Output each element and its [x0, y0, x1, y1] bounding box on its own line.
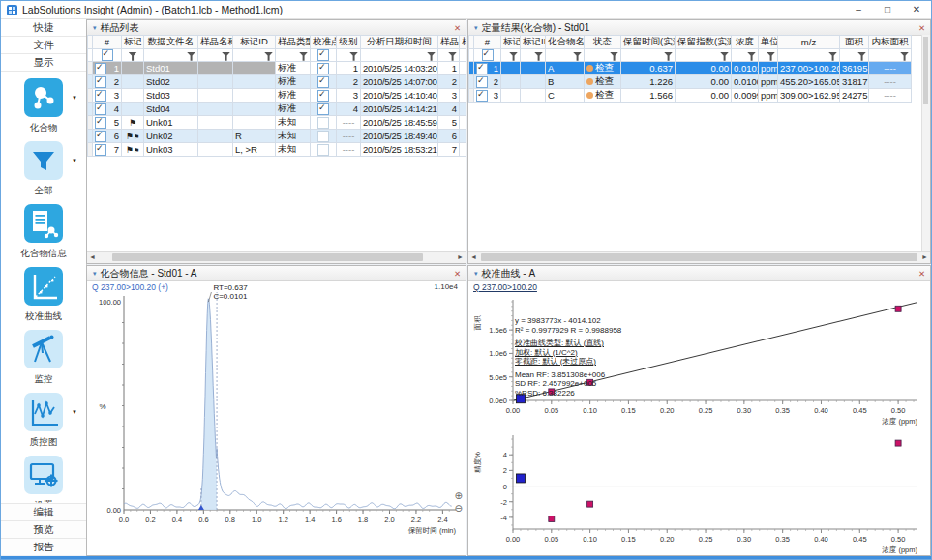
checkbox[interactable] [95, 117, 106, 129]
checkbox[interactable] [317, 63, 329, 74]
column-header[interactable]: 级别 [337, 36, 361, 49]
quant-vscrollbar[interactable] [921, 35, 930, 252]
scroll-right-arrow[interactable]: ► [455, 252, 466, 262]
filter-icon[interactable] [129, 52, 137, 61]
dropdown-arrow-icon[interactable]: ▼ [72, 95, 77, 101]
column-header[interactable]: 分析日期和时间 [361, 36, 438, 49]
scroll-left-arrow[interactable]: ◄ [468, 252, 479, 262]
sidebar-nav-0[interactable]: 快捷 [1, 19, 86, 37]
filter-icon[interactable] [509, 52, 518, 61]
collapse-icon[interactable]: ▾ [474, 270, 478, 278]
filter-icon[interactable] [222, 52, 230, 61]
table-row[interactable]: 4Std04标准42010/5/25 14:14:2141 [88, 103, 466, 116]
sidebar-tool-设置[interactable]: 设置 [1, 456, 86, 503]
column-header[interactable]: 面积 [840, 36, 869, 49]
sidebar-nav-1[interactable]: 文件 [1, 37, 86, 54]
dropdown-arrow-icon[interactable]: ▼ [72, 158, 77, 163]
calibration-setting-link[interactable]: 校准曲线类型: 默认 (直线) [515, 339, 621, 348]
scrollbar-thumb[interactable] [481, 253, 917, 261]
table-row[interactable]: 2Std02标准22010/5/25 14:07:0021 [88, 75, 466, 89]
calibration-setting-link[interactable]: 零截距: 默认 (未过原点) [515, 357, 621, 367]
filter-icon[interactable] [747, 52, 756, 61]
checkbox[interactable] [476, 76, 488, 88]
checkbox[interactable] [317, 131, 329, 142]
column-header[interactable]: 样品号 [460, 36, 466, 49]
column-header[interactable]: 保留指数(实测) [676, 36, 732, 49]
close-button[interactable]: ✕ [902, 1, 931, 18]
checkbox[interactable] [476, 63, 488, 74]
column-header[interactable]: 保留时间(实测) [621, 36, 676, 49]
sidebar-tool-化合物信息[interactable]: 化合物信息 [1, 204, 86, 260]
column-header[interactable]: 标记ID [521, 36, 546, 49]
filter-icon[interactable] [857, 52, 866, 61]
table-row[interactable]: 6⚑⚑Unk02R未知----2010/5/25 18:49:4061 [88, 130, 466, 143]
checkbox[interactable] [317, 76, 329, 88]
panel-close-icon[interactable]: ✕ [454, 23, 461, 33]
checkbox[interactable] [317, 49, 329, 61]
table-row[interactable]: 3C检查1.5660.000.0099ppm309.00>162.9524275… [469, 89, 912, 103]
checkbox[interactable] [95, 63, 106, 74]
checkbox[interactable] [317, 117, 329, 129]
filter-icon[interactable] [427, 52, 436, 61]
column-header[interactable]: 标记 [122, 36, 144, 49]
filter-icon[interactable] [187, 52, 195, 61]
checkbox[interactable] [102, 49, 113, 61]
collapse-icon[interactable]: ▾ [474, 24, 478, 32]
sidebar-tool-全部[interactable]: ▼全部 [1, 141, 86, 197]
column-header[interactable]: 样品类型 [276, 36, 311, 49]
filter-icon[interactable] [767, 52, 775, 61]
column-header[interactable]: 样品瓶 [438, 36, 460, 49]
collapse-icon[interactable]: ▾ [93, 270, 97, 278]
column-header[interactable]: 标记ID [233, 36, 276, 49]
data-point[interactable] [895, 440, 901, 446]
panel-close-icon[interactable]: ✕ [918, 23, 925, 33]
channel-link[interactable]: Q 237.00>100.20 [473, 282, 537, 292]
zoom-in-icon[interactable]: ⊕ [455, 491, 463, 501]
column-header[interactable]: 浓度 [732, 36, 759, 49]
column-header[interactable]: # [474, 36, 501, 49]
filter-icon[interactable] [610, 52, 618, 61]
data-point[interactable] [549, 516, 555, 521]
checkbox[interactable] [95, 76, 106, 88]
filter-icon[interactable] [720, 52, 729, 61]
checkbox[interactable] [95, 90, 106, 102]
data-point[interactable] [895, 306, 901, 311]
column-header[interactable]: 单位 [759, 36, 778, 49]
filter-icon[interactable] [349, 52, 358, 61]
scrollbar-thumb[interactable] [923, 37, 928, 104]
checkbox[interactable] [317, 90, 329, 102]
scroll-left-arrow[interactable]: ◄ [87, 252, 98, 262]
maximize-button[interactable]: □ [873, 1, 902, 18]
zoom-out-icon[interactable]: ⊖ [455, 504, 463, 514]
table-row[interactable]: 1A检查0.6370.000.0101ppm237.00>100.2036195… [469, 62, 912, 75]
filter-icon[interactable] [573, 52, 582, 61]
column-header[interactable]: 标记 [501, 36, 521, 49]
sidebar-tool-质控图[interactable]: ▼质控图 [1, 393, 86, 449]
checkbox[interactable] [482, 49, 494, 61]
column-header[interactable]: 内标面积 [869, 36, 912, 49]
data-point-selected[interactable] [516, 474, 525, 483]
sample-list-hscrollbar[interactable]: ◄ ► [87, 251, 466, 263]
sidebar-nav-2[interactable]: 显示 [1, 54, 86, 72]
minimize-button[interactable]: – [844, 1, 873, 18]
sidebar-tool-校准曲线[interactable]: 校准曲线 [1, 267, 86, 323]
sidebar-tool-监控[interactable]: 监控 [1, 330, 86, 386]
checkbox[interactable] [95, 103, 106, 115]
filter-icon[interactable] [828, 52, 837, 61]
checkbox[interactable] [317, 144, 329, 156]
checkbox[interactable] [95, 144, 106, 156]
sidebar-nav-bottom-0[interactable]: 编辑 [1, 503, 86, 520]
column-header[interactable]: # [93, 36, 122, 49]
scroll-right-arrow[interactable]: ► [919, 252, 930, 262]
column-header[interactable]: m/z [778, 36, 840, 49]
data-point[interactable] [587, 501, 593, 507]
filter-icon[interactable] [264, 52, 273, 61]
column-header[interactable]: 样品名称 [198, 36, 233, 49]
chromatogram-plot[interactable]: 0.00.20.40.60.81.01.21.41.61.82.02.22.41… [87, 280, 466, 555]
table-row[interactable]: 1Std01标准12010/5/25 14:03:2011 [88, 62, 466, 75]
filter-icon[interactable] [534, 52, 543, 61]
sidebar-nav-bottom-1[interactable]: 预览 [1, 520, 86, 538]
residuals-plot[interactable]: -4-20240.000.050.100.150.200.250.300.350… [468, 429, 930, 555]
sidebar-tool-化合物[interactable]: ▼化合物 [1, 78, 86, 134]
table-row[interactable]: 5⚑Unk01未知----2010/5/25 18:45:5951 [88, 116, 466, 130]
